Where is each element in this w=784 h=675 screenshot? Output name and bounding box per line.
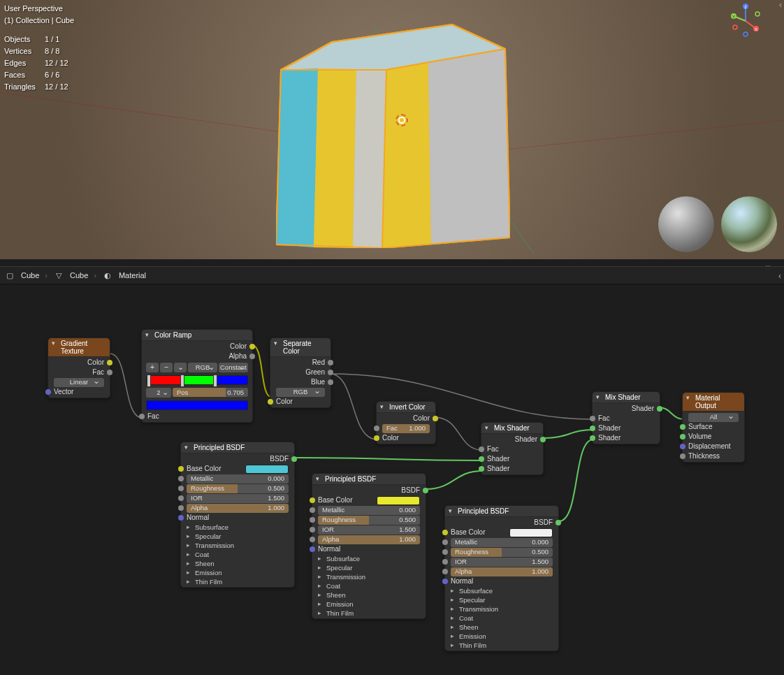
alpha-field[interactable]: Alpha1.000: [318, 535, 420, 544]
ior-field[interactable]: IOR1.500: [187, 494, 289, 503]
output-socket[interactable]: [328, 379, 333, 385]
node-title[interactable]: Principled BSDF: [445, 506, 558, 517]
node-principled-bsdf-3[interactable]: Principled BSDF BSDF Base Color Metallic…: [444, 505, 559, 651]
metallic-field[interactable]: Metallic0.000: [318, 506, 420, 515]
base-color-swatch[interactable]: [245, 465, 289, 474]
section-thin-film[interactable]: Thin Film: [181, 577, 294, 586]
output-socket[interactable]: [249, 354, 255, 359]
output-socket[interactable]: [291, 456, 297, 462]
output-socket[interactable]: [107, 360, 112, 365]
roughness-field[interactable]: Roughness0.500: [187, 484, 289, 493]
section-subsurface[interactable]: Subsurface: [312, 554, 426, 563]
ramp-mode-select[interactable]: RGB: [188, 363, 217, 372]
color-ramp-gradient[interactable]: [146, 375, 248, 385]
input-socket[interactable]: [442, 549, 448, 555]
shading-preview-balls[interactable]: [658, 196, 777, 252]
section-specular[interactable]: Specular: [312, 563, 426, 572]
input-socket[interactable]: [590, 435, 595, 441]
input-socket[interactable]: [178, 476, 184, 481]
ramp-interp-select[interactable]: Constant: [219, 363, 248, 372]
input-socket[interactable]: [479, 447, 484, 452]
section-coat[interactable]: Coat: [445, 614, 558, 623]
stop-index-field[interactable]: 2: [146, 388, 171, 398]
node-title[interactable]: Mix Shader: [593, 392, 660, 403]
input-socket[interactable]: [442, 579, 448, 584]
node-title[interactable]: Principled BSDF: [312, 474, 426, 485]
input-socket[interactable]: [178, 486, 184, 491]
input-socket[interactable]: [590, 416, 595, 421]
node-color-ramp[interactable]: Color Ramp Color Alpha + − ⌄ RGB Constan…: [141, 329, 253, 423]
section-emission[interactable]: Emission: [181, 568, 294, 577]
input-socket[interactable]: [310, 546, 315, 552]
input-socket[interactable]: [139, 414, 145, 419]
input-socket[interactable]: [310, 527, 315, 532]
remove-stop-button[interactable]: −: [160, 363, 173, 372]
input-socket[interactable]: [374, 426, 379, 431]
node-mix-shader-1[interactable]: Mix Shader Shader Fac Shader Shader: [481, 422, 544, 475]
section-sheen[interactable]: Sheen: [312, 590, 426, 600]
section-transmission[interactable]: Transmission: [445, 604, 558, 614]
input-socket[interactable]: [268, 399, 273, 405]
input-socket[interactable]: [45, 389, 51, 395]
interp-select[interactable]: Linear: [54, 378, 104, 387]
section-specular[interactable]: Specular: [445, 595, 558, 604]
output-socket[interactable]: [249, 344, 255, 349]
roughness-field[interactable]: Roughness0.500: [318, 516, 420, 525]
input-socket[interactable]: [310, 517, 315, 523]
input-socket[interactable]: [310, 498, 315, 503]
sep-mode-select[interactable]: RGB: [276, 388, 325, 397]
expand-icon[interactable]: ‹: [779, 0, 782, 10]
section-subsurface[interactable]: Subsurface: [181, 523, 294, 532]
node-title[interactable]: Principled BSDF: [181, 442, 294, 453]
navigation-gizmo[interactable]: Z Y X: [728, 3, 763, 38]
section-thin-film[interactable]: Thin Film: [312, 609, 426, 618]
ramp-stop[interactable]: [147, 375, 151, 387]
section-subsurface[interactable]: Subsurface: [445, 586, 558, 595]
breadcrumb-object[interactable]: Cube: [21, 271, 39, 280]
viewport-3d[interactable]: ‹ User Perspective (1) Collection | Cube: [0, 0, 784, 259]
alpha-field[interactable]: Alpha1.000: [451, 567, 553, 576]
section-transmission[interactable]: Transmission: [312, 572, 426, 581]
expand-icon[interactable]: ‹: [778, 271, 781, 281]
node-title[interactable]: Color Ramp: [142, 330, 252, 341]
hdri-preview-ball[interactable]: [721, 196, 777, 252]
node-title[interactable]: Invert Color: [377, 402, 435, 413]
input-socket[interactable]: [442, 559, 448, 565]
output-socket[interactable]: [328, 360, 333, 365]
output-socket[interactable]: [657, 406, 662, 412]
input-socket[interactable]: [442, 530, 448, 535]
input-socket[interactable]: [178, 505, 184, 511]
output-target-select[interactable]: All: [688, 413, 739, 422]
node-gradient-texture[interactable]: Gradient Texture Color Fac Linear Vector: [48, 338, 110, 398]
input-socket[interactable]: [310, 507, 315, 513]
stop-color-swatch[interactable]: [146, 400, 248, 410]
section-emission[interactable]: Emission: [445, 632, 558, 641]
metallic-field[interactable]: Metallic0.000: [451, 538, 553, 547]
input-socket[interactable]: [310, 537, 315, 542]
ior-field[interactable]: IOR1.500: [451, 558, 553, 567]
input-socket[interactable]: [178, 515, 184, 521]
ramp-stop[interactable]: [213, 375, 217, 387]
matcap-preview-ball[interactable]: [658, 196, 714, 252]
section-sheen[interactable]: Sheen: [445, 623, 558, 632]
node-title[interactable]: Mix Shader: [481, 423, 543, 434]
section-transmission[interactable]: Transmission: [181, 541, 294, 550]
output-socket[interactable]: [540, 437, 546, 442]
node-editor-canvas[interactable]: Gradient Texture Color Fac Linear Vector…: [0, 284, 784, 675]
base-color-swatch[interactable]: [509, 528, 553, 537]
input-socket[interactable]: [479, 456, 484, 462]
breadcrumb-material[interactable]: Material: [119, 271, 146, 280]
input-socket[interactable]: [374, 435, 379, 441]
output-socket[interactable]: [556, 520, 561, 525]
section-coat[interactable]: Coat: [312, 581, 426, 590]
section-thin-film[interactable]: Thin Film: [445, 641, 558, 650]
input-socket[interactable]: [680, 444, 685, 449]
output-socket[interactable]: [433, 416, 438, 421]
output-socket[interactable]: [328, 370, 333, 375]
section-sheen[interactable]: Sheen: [181, 559, 294, 568]
input-socket[interactable]: [680, 424, 685, 430]
node-title[interactable]: Gradient Texture: [48, 338, 110, 357]
roughness-field[interactable]: Roughness0.500: [451, 548, 553, 557]
breadcrumb-mesh[interactable]: Cube: [70, 271, 88, 280]
node-invert-color[interactable]: Invert Color Color Fac1.000 Color: [376, 401, 436, 444]
